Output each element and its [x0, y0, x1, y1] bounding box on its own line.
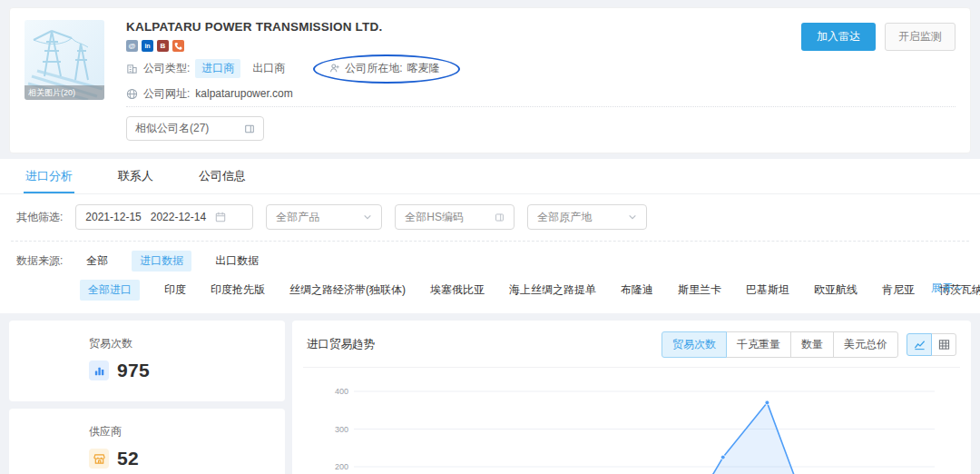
website-value[interactable]: kalpatarupower.com — [195, 87, 292, 100]
table-icon — [938, 339, 950, 351]
main-content: 贸易次数 975 供应商 52 最近一次进口记录 — [9, 321, 971, 474]
region-item[interactable]: 巴基斯坦 — [746, 282, 789, 298]
blogger-icon[interactable]: B — [157, 40, 169, 52]
chart-title: 进口贸易趋势 — [307, 337, 375, 352]
location-value: 喀麦隆 — [407, 61, 440, 76]
origin-select[interactable]: 全部原产地 — [527, 204, 647, 230]
location-label: 公司所在地: — [345, 61, 402, 76]
metric-kg-weight-button[interactable]: 千克重量 — [726, 331, 791, 358]
region-item[interactable]: 海上丝绸之路提单 — [509, 282, 596, 298]
globe-icon — [126, 88, 138, 100]
stat-card-suppliers: 供应商 52 — [9, 409, 285, 474]
region-item[interactable]: 印度 — [164, 282, 186, 298]
exporter-tag[interactable]: 出口商 — [246, 59, 291, 78]
trend-chart-card: 进口贸易趋势 贸易次数 千克重量 数量 美元总价 0 — [292, 321, 971, 474]
divider — [303, 367, 960, 368]
source-import-data[interactable]: 进口数据 — [132, 251, 191, 272]
table-view-button[interactable] — [931, 333, 956, 356]
metric-usd-total-button[interactable]: 美元总价 — [833, 331, 898, 358]
company-location-circled: 公司所在地: 喀麦隆 — [320, 58, 448, 79]
line-chart-view-button[interactable] — [906, 333, 932, 356]
company-photo[interactable]: 相关图片(20) — [24, 20, 104, 100]
product-select-value: 全部产品 — [276, 210, 319, 225]
line-chart-icon — [914, 339, 926, 351]
divider — [126, 106, 956, 107]
hs-code-select-value: 全部HS编码 — [405, 210, 464, 225]
bar-chart-icon — [89, 360, 109, 380]
date-range-picker[interactable]: 2021-12-15 2022-12-14 — [75, 204, 253, 230]
import-trend-area-chart[interactable]: 01002003004002021-122022-012022-022022-0… — [307, 370, 953, 474]
source-all[interactable]: 全部 — [86, 253, 108, 269]
region-item[interactable]: 印度抢先版 — [211, 282, 265, 298]
expand-link[interactable]: 展开 — [931, 281, 964, 296]
stat-value: 52 — [117, 448, 139, 469]
region-item[interactable]: 埃塞俄比亚 — [430, 282, 485, 298]
origin-select-value: 全部原产地 — [537, 210, 592, 225]
calendar-icon — [215, 212, 226, 222]
filter-label: 其他筛选: — [16, 210, 63, 225]
email-icon[interactable]: @ — [126, 40, 138, 52]
phone-icon[interactable] — [172, 40, 184, 52]
region-tabs: 全部进口 印度 印度抢先版 丝绸之路经济带(独联体) 埃塞俄比亚 海上丝绸之路提… — [0, 273, 980, 311]
hs-code-select[interactable]: 全部HS编码 — [395, 204, 514, 230]
stats-column: 贸易次数 975 供应商 52 最近一次进口记录 — [9, 321, 285, 474]
add-radar-button[interactable]: 加入雷达 — [801, 23, 876, 51]
chevron-down-icon — [956, 284, 964, 292]
building-icon — [126, 63, 138, 74]
region-item[interactable]: 丝绸之路经济带(独联体) — [289, 282, 406, 298]
shop-icon — [89, 449, 109, 469]
stat-label: 贸易次数 — [89, 336, 285, 351]
data-source-label: 数据来源: — [16, 253, 63, 269]
panel-icon — [495, 212, 505, 222]
similar-companies-select[interactable]: 相似公司名(27) — [126, 116, 264, 141]
website-label: 公司网址: — [143, 86, 190, 102]
region-item[interactable]: 肯尼亚 — [882, 282, 915, 298]
region-item[interactable]: 斯里兰卡 — [678, 282, 721, 298]
metric-button-group: 贸易次数 千克重量 数量 美元总价 — [662, 331, 898, 358]
tab-bar: 进口分析 联系人 公司信息 — [0, 159, 980, 194]
product-select[interactable]: 全部产品 — [266, 204, 382, 230]
stat-value: 975 — [117, 360, 150, 381]
region-item[interactable]: 欧亚航线 — [814, 282, 858, 298]
location-person-icon — [329, 63, 340, 74]
chevron-down-icon — [363, 212, 372, 222]
expand-label: 展开 — [931, 281, 953, 296]
company-header: 相关图片(20) KALPATARU POWER TRANSMISSION LT… — [9, 7, 971, 153]
stat-card-trade-count: 贸易次数 975 — [9, 321, 285, 401]
chevron-down-icon — [628, 212, 637, 222]
filter-band: 进口分析 联系人 公司信息 其他筛选: 2021-12-15 2022-12-1… — [0, 159, 980, 313]
source-export-data[interactable]: 出口数据 — [215, 253, 259, 269]
stat-label: 供应商 — [89, 424, 285, 439]
svg-text:400: 400 — [335, 387, 348, 396]
related-images-caption[interactable]: 相关图片(20) — [24, 85, 104, 100]
importer-tag[interactable]: 进口商 — [195, 59, 240, 78]
metric-quantity-button[interactable]: 数量 — [790, 331, 834, 358]
data-source-row: 数据来源: 全部 进口数据 出口数据 — [0, 242, 980, 273]
region-item[interactable]: 布隆迪 — [621, 282, 653, 298]
company-type-label: 公司类型: — [143, 61, 190, 76]
view-toggle-group — [907, 333, 956, 356]
similar-companies-label: 相似公司名(27) — [135, 121, 209, 136]
panel-icon — [244, 123, 255, 134]
linkedin-icon[interactable]: in — [142, 40, 153, 52]
filter-row: 其他筛选: 2021-12-15 2022-12-14 全部产品 全部HS编码 … — [0, 194, 980, 239]
metric-trade-count-button[interactable]: 贸易次数 — [662, 331, 727, 358]
start-monitor-button[interactable]: 开启监测 — [885, 23, 956, 51]
date-start[interactable]: 2021-12-15 — [85, 211, 141, 223]
tab-contacts[interactable]: 联系人 — [116, 159, 155, 193]
region-all-imports[interactable]: 全部进口 — [80, 280, 140, 301]
tab-import-analysis[interactable]: 进口分析 — [24, 159, 74, 193]
date-end[interactable]: 2022-12-14 — [151, 211, 206, 223]
tab-company-info[interactable]: 公司信息 — [197, 159, 248, 193]
svg-text:300: 300 — [335, 425, 348, 434]
svg-text:200: 200 — [335, 462, 348, 471]
